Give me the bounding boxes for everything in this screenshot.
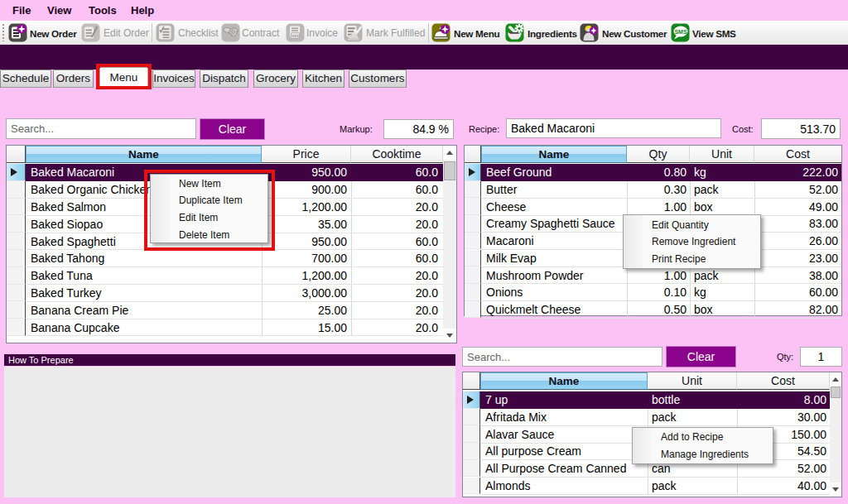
svg-text:sss: sss <box>292 33 299 38</box>
svg-text:SMS: SMS <box>674 29 687 35</box>
